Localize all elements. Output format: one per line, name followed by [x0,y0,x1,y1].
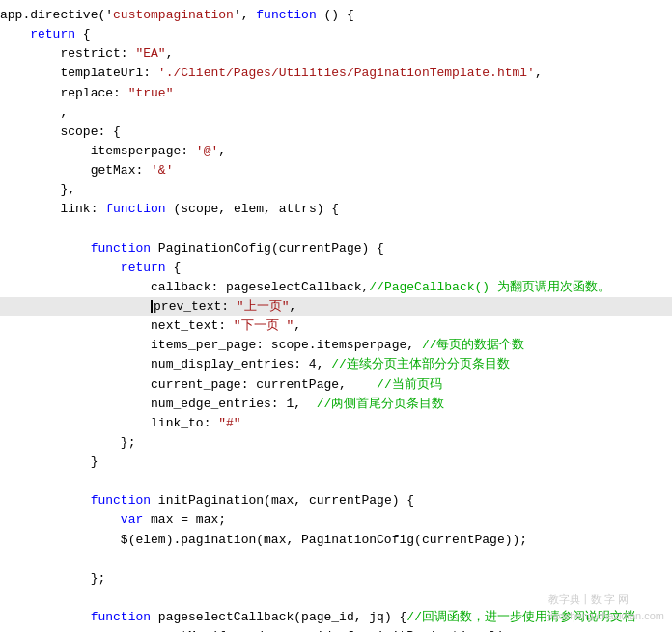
function-name: PaginationCofig [158,241,271,256]
code-text: { [166,261,182,275]
keyword: var [121,512,143,527]
code-line [0,472,672,491]
comment: //每页的数据个数 [422,338,525,352]
line-content: scope: { [0,123,664,142]
code-line: function PaginationCofig(currentPage) { [0,239,672,259]
string: "true" [128,86,174,100]
property: prev_text [154,299,221,314]
code-line: scope.getMax({ seed: page_id, fn: initPa… [0,627,672,632]
property: replace [60,86,113,100]
code-line: templateUrl: './Client/Pages/Utilities/P… [0,64,672,83]
line-content: templateUrl: './Client/Pages/Utilities/P… [0,64,664,83]
line-content: items_per_page: scope.itemsperpage, //每页… [0,336,664,355]
property: itemsperpage [91,144,182,158]
line-content: scope.getMax({ seed: page_id, fn: initPa… [0,627,664,632]
property: items_per_page [151,338,256,352]
keyword: return [121,261,166,275]
cursor [151,300,153,313]
code-line: next_text: "下一页 ", [0,316,672,336]
code-text: : [135,163,151,178]
line-content: $(elem).pagination(max, PaginationCofig(… [0,531,664,550]
comment: //PageCallback() 为翻页调用次函数。 [369,280,610,294]
code-line [0,220,672,239]
code-line: }; [0,433,672,453]
code-text: }, [60,182,75,197]
code-text: : 4, [294,357,331,371]
code-line: getMax: '&' [0,161,672,180]
code-text: , [218,144,226,158]
code-text: , [166,46,174,61]
code-line: current_page: currentPage, //当前页码 [0,375,672,395]
code-editor: app.directive('custompagination', functi… [0,0,672,632]
code-text: : [121,46,136,61]
property: link_to [151,416,204,430]
code-text: (max, currentPage) { [264,493,414,508]
code-text: : [143,66,158,80]
property: num_edge_entries [151,397,271,411]
keyword: function [105,202,165,216]
code-text: : [113,86,128,100]
code-text [151,610,158,624]
string: "EA" [135,46,165,61]
code-text: : [221,299,237,314]
code-line [0,550,672,569]
code-text: }; [121,435,136,450]
line-content: app.directive('custompagination', functi… [0,6,664,25]
code-text: max = max; [143,512,226,527]
line-content: } [0,453,664,472]
code-text: , [294,318,301,333]
property: next_text [151,318,218,333]
code-line: return { [0,259,672,278]
string: '&' [151,163,173,178]
code-line: , [0,103,672,123]
line-content: restrict: "EA", [0,44,664,64]
code-line: prev_text: "上一页", [0,297,672,316]
code-text: , [289,299,296,314]
property: restrict [60,46,120,61]
code-text: }; [91,571,106,586]
code-text: : [204,416,219,430]
property: scope [60,124,98,139]
code-line: restrict: "EA", [0,44,672,64]
line-content: return { [0,259,664,278]
code-text: (currentPage) { [271,241,384,256]
function-name: directive [30,8,98,22]
line-content: link_to: "#" [0,414,664,433]
code-text: : [218,318,234,333]
line-content: itemsperpage: '@', [0,142,664,161]
line-content: next_text: "下一页 ", [0,316,664,336]
property: link [60,202,90,216]
property: num_display_entries [151,357,294,371]
code-line: return { [0,25,672,44]
line-content: num_display_entries: 4, //连续分页主体部分分页条目数 [0,355,664,374]
code-line: var max = max; [0,510,672,530]
code-text: $(elem).pagination(max, PaginationCofig(… [121,533,527,547]
property: current_page [151,377,241,392]
code-text: : [91,202,106,216]
code-text: () { [317,8,354,22]
line-content: }, [0,180,664,200]
keyword: function [91,610,151,624]
code-text: : [181,144,196,158]
code-line: items_per_page: scope.itemsperpage, //每页… [0,336,672,355]
code-text: : scope.itemsperpage, [256,338,422,352]
string: "上一页" [237,299,290,314]
code-line: scope: { [0,123,672,142]
code-line: num_display_entries: 4, //连续分页主体部分分页条目数 [0,355,672,374]
code-lines: app.directive('custompagination', functi… [0,6,672,632]
comment: //两侧首尾分页条目数 [317,397,445,411]
code-line: itemsperpage: '@', [0,142,672,161]
function-name: pageselectCallback [158,610,294,624]
code-text: (scope, elem, attrs) { [166,202,339,216]
line-content: var max = max; [0,510,664,530]
code-line: link: function (scope, elem, attrs) { [0,200,672,219]
line-content: , [0,103,664,123]
function-name: initPagination [158,493,264,508]
code-text [151,493,158,508]
line-content: link: function (scope, elem, attrs) { [0,200,664,219]
line-content: current_page: currentPage, //当前页码 [0,375,664,395]
watermark: 教字典丨数 字 网jiaocheng.chazidian.com [548,591,664,624]
code-text: (page_id, jq) { [294,610,406,624]
code-text: , [535,66,543,80]
string: custompagination [113,8,234,22]
